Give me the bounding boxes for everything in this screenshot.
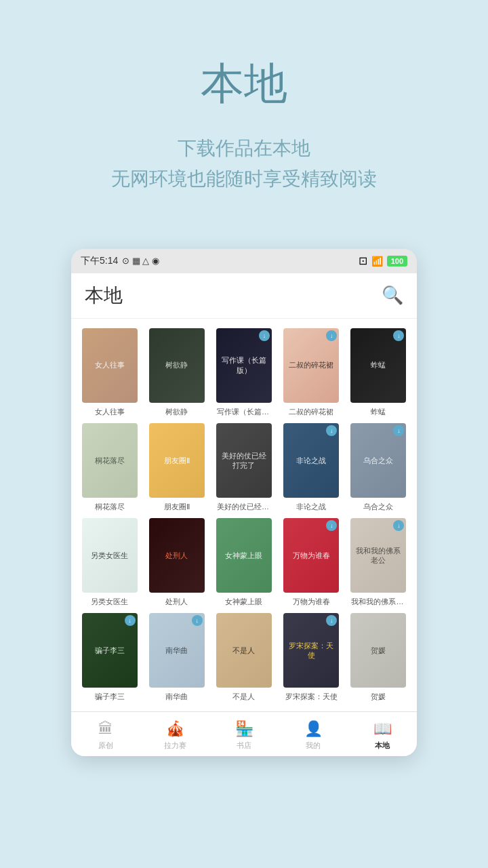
nav-label-书店: 书店 bbox=[237, 741, 251, 751]
nav-item-本地[interactable]: 📖本地 bbox=[348, 717, 417, 753]
app-header-title: 本地 bbox=[85, 283, 123, 309]
book-title: 乌合之众 bbox=[363, 502, 393, 511]
nav-icon-书店: 🏪 bbox=[235, 720, 253, 738]
bottom-nav: 🏛原创🎪拉力赛🏪书店👤我的📖本地 bbox=[71, 711, 417, 756]
book-item[interactable]: 女人往事女人往事 bbox=[79, 328, 140, 416]
nav-item-我的[interactable]: 👤我的 bbox=[279, 717, 348, 753]
nav-item-书店[interactable]: 🏪书店 bbox=[209, 717, 279, 753]
book-title: 南华曲 bbox=[165, 692, 188, 701]
book-item[interactable]: ↓非论之战非论之战 bbox=[281, 423, 342, 511]
book-title: 贺媛 bbox=[371, 692, 386, 701]
book-item[interactable]: ↓二叔的碎花裙二叔的碎花裙 bbox=[281, 328, 342, 416]
book-item[interactable]: 处刑人处刑人 bbox=[146, 518, 207, 606]
status-time: 下午5:14 bbox=[81, 255, 118, 267]
book-cover-text: 朋友圈Ⅱ bbox=[149, 423, 205, 498]
nav-label-拉力赛: 拉力赛 bbox=[164, 741, 186, 751]
book-grid: 女人往事女人往事树欲静树欲静↓写作课（长篇版）写作课（长篇版）↓二叔的碎花裙二叔… bbox=[71, 319, 417, 711]
book-cover-text: 树欲静 bbox=[149, 328, 205, 403]
book-item[interactable]: 女神蒙上眼女神蒙上眼 bbox=[214, 518, 274, 606]
hero-title: 本地 bbox=[201, 54, 287, 113]
status-left: 下午5:14 ⊙ ▦ △ ◉ bbox=[81, 255, 159, 267]
book-cover-text: 贺媛 bbox=[350, 613, 406, 688]
nav-label-原创: 原创 bbox=[98, 741, 113, 751]
hero-subtitle-line1: 下载作品在本地 bbox=[178, 138, 310, 159]
book-item[interactable]: 不是人不是人 bbox=[214, 613, 274, 701]
book-title: 万物为谁春 bbox=[293, 597, 330, 606]
phone-mockup: 下午5:14 ⊙ ▦ △ ◉ ⊡ 📶 100 本地 🔍 女人往事女人往事树欲静树… bbox=[71, 249, 417, 756]
book-title: 女神蒙上眼 bbox=[225, 597, 262, 606]
book-cover-text: 另类女医生 bbox=[82, 518, 138, 593]
book-item[interactable]: 美好的仗已经打完了美好的仗已经打完了 bbox=[214, 423, 274, 511]
status-bar: 下午5:14 ⊙ ▦ △ ◉ ⊡ 📶 100 bbox=[71, 249, 417, 273]
book-item[interactable]: 贺媛贺媛 bbox=[348, 613, 409, 701]
book-item[interactable]: ↓乌合之众乌合之众 bbox=[348, 423, 409, 511]
book-title: 处刑人 bbox=[165, 597, 188, 606]
nav-icon-拉力赛: 🎪 bbox=[166, 720, 184, 738]
status-icons: ⊙ ▦ △ ◉ bbox=[122, 256, 159, 266]
nav-icon-本地: 📖 bbox=[373, 720, 392, 738]
book-title: 罗宋探案：天使 bbox=[285, 692, 338, 701]
book-title: 另类女医生 bbox=[91, 597, 128, 606]
book-title: 骗子李三 bbox=[95, 692, 125, 701]
book-badge: ↓ bbox=[259, 330, 270, 341]
nav-label-本地: 本地 bbox=[375, 741, 390, 751]
book-item[interactable]: ↓罗宋探案：天使罗宋探案：天使 bbox=[281, 613, 342, 701]
app-header: 本地 🔍 bbox=[71, 273, 417, 319]
book-item[interactable]: ↓我和我的佛系老公我和我的佛系老公 bbox=[348, 518, 409, 606]
status-right: ⊡ 📶 100 bbox=[359, 254, 407, 267]
nav-label-我的: 我的 bbox=[306, 741, 321, 751]
book-title: 写作课（长篇版） bbox=[217, 407, 271, 416]
book-item[interactable]: ↓南华曲南华曲 bbox=[146, 613, 207, 701]
book-item[interactable]: ↓万物为谁春万物为谁春 bbox=[281, 518, 342, 606]
book-cover-text: 处刑人 bbox=[149, 518, 205, 593]
screenshot-icon: ⊡ bbox=[359, 254, 367, 267]
book-title: 树欲静 bbox=[165, 407, 188, 416]
book-cover-text: 桐花落尽 bbox=[82, 423, 138, 498]
book-title: 非论之战 bbox=[296, 502, 326, 511]
nav-icon-原创: 🏛 bbox=[98, 720, 113, 738]
book-badge: ↓ bbox=[125, 615, 136, 626]
book-title: 不是人 bbox=[232, 692, 255, 701]
book-item[interactable]: ↓蚱蜢蚱蜢 bbox=[348, 328, 409, 416]
book-badge: ↓ bbox=[393, 330, 404, 341]
book-item[interactable]: 朋友圈Ⅱ朋友圈Ⅱ bbox=[146, 423, 207, 511]
book-item[interactable]: ↓写作课（长篇版）写作课（长篇版） bbox=[214, 328, 274, 416]
book-title: 朋友圈Ⅱ bbox=[164, 502, 190, 511]
book-title: 我和我的佛系老公 bbox=[351, 597, 405, 606]
book-title: 蚱蜢 bbox=[371, 407, 386, 416]
book-badge: ↓ bbox=[326, 330, 337, 341]
book-title: 桐花落尽 bbox=[95, 502, 125, 511]
book-item[interactable]: 桐花落尽桐花落尽 bbox=[79, 423, 140, 511]
book-item[interactable]: 树欲静树欲静 bbox=[146, 328, 207, 416]
book-title: 美好的仗已经打完了 bbox=[217, 502, 271, 511]
book-cover-text: 女神蒙上眼 bbox=[216, 518, 272, 593]
nav-icon-我的: 👤 bbox=[304, 720, 323, 738]
book-cover-text: 美好的仗已经打完了 bbox=[216, 423, 272, 498]
search-button[interactable]: 🔍 bbox=[382, 285, 403, 306]
book-item[interactable]: 另类女医生另类女医生 bbox=[79, 518, 140, 606]
book-item[interactable]: ↓骗子李三骗子李三 bbox=[79, 613, 140, 701]
nav-item-拉力赛[interactable]: 🎪拉力赛 bbox=[140, 717, 209, 753]
book-title: 二叔的碎花裙 bbox=[289, 407, 333, 416]
book-badge: ↓ bbox=[326, 425, 337, 436]
battery-indicator: 100 bbox=[387, 256, 407, 267]
book-cover-text: 女人往事 bbox=[82, 328, 138, 403]
hero-subtitle-line2: 无网环境也能随时享受精致阅读 bbox=[111, 168, 377, 189]
nav-item-原创[interactable]: 🏛原创 bbox=[71, 717, 140, 753]
book-cover-text: 不是人 bbox=[216, 613, 272, 688]
hero-section: 本地 下载作品在本地 无网环境也能随时享受精致阅读 bbox=[0, 0, 488, 222]
book-title: 女人往事 bbox=[95, 407, 125, 416]
wifi-icon: 📶 bbox=[371, 256, 383, 267]
hero-subtitle: 下载作品在本地 无网环境也能随时享受精致阅读 bbox=[111, 134, 377, 195]
